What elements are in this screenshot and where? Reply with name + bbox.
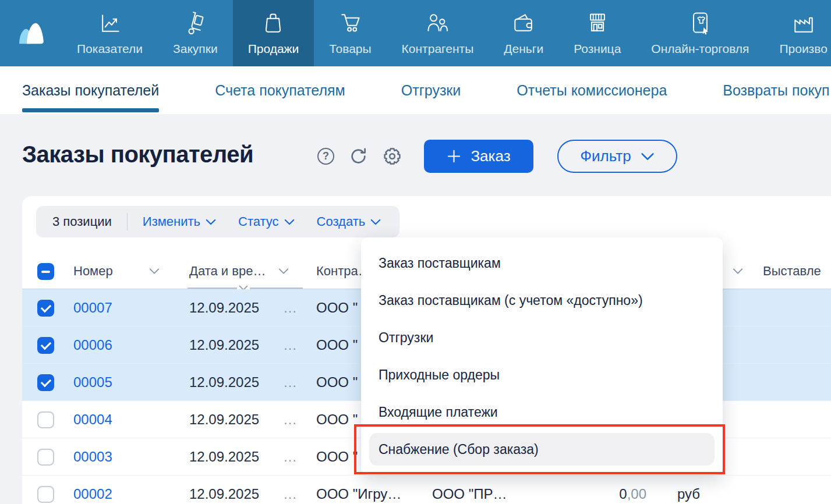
nav-item-pokazateli[interactable]: Показатели [62,0,158,66]
menu-item-snabzhenie-sbor-zakaza[interactable]: Снабжение (Сбор заказа) [369,433,715,466]
row-checkbox[interactable] [37,411,54,428]
nav-item-label: Закупки [173,42,218,56]
logo-icon [14,16,48,50]
create-label: Создать [317,214,366,229]
add-order-button[interactable]: Заказ [424,140,533,173]
chevron-down-icon [641,152,655,161]
organization-cell: ООО "ПР… [432,486,507,502]
chevron-down-icon [370,219,381,225]
order-date: 12.09.2025 [189,337,259,353]
create-menu-button[interactable]: Создать [317,214,381,229]
sum-cell: 0,00 [575,486,646,502]
nav-item-tovary[interactable]: Товары [314,0,386,66]
handtruck-icon [182,10,208,39]
create-dropdown-menu: Заказ поставщикам Заказ поставщикам (с у… [361,237,723,475]
nav-item-label: Розница [574,42,621,56]
chevron-down-icon [206,219,216,225]
menu-item-zakaz-postavshchikam-dostupno[interactable]: Заказ поставщикам (с учетом «доступно») [361,282,723,319]
nav-item-label: Товары [329,42,371,56]
tab-scheta-pokupatelyam[interactable]: Счета покупателям [215,66,345,114]
order-date: 12.09.2025 [189,374,259,391]
menu-item-otgruzki[interactable]: Отгрузки [361,319,723,356]
sum-fraction: ,00 [627,486,646,502]
order-number-link[interactable]: 00006 [73,337,112,353]
truncation-ellipsis: … [283,449,297,465]
column-menu-chevron-icon[interactable] [149,268,160,274]
top-navigation: Показатели Закупки Продажи Товары Контра [0,0,831,66]
order-date: 12.09.2025 [189,411,259,428]
nav-item-label: Показатели [77,42,143,56]
page-title: Заказы покупателей [22,141,253,168]
tab-otgruzki[interactable]: Отгрузки [401,66,461,114]
column-label: Номер [73,264,113,279]
nav-item-kontragenty[interactable]: Контрагенты [387,0,489,66]
menu-item-vkhodyashchie-platezhi[interactable]: Входящие платежи [361,393,723,431]
row-checkbox[interactable] [37,337,54,354]
truncation-ellipsis: … [283,337,297,353]
status-menu-button[interactable]: Статус [238,214,295,229]
online-commerce-icon [687,10,713,39]
wallet-icon [511,10,536,39]
column-label: Дата и вре… [189,264,266,279]
column-menu-chevron-icon[interactable] [733,268,743,274]
tab-otchety-komissionera[interactable]: Отчеты комиссионера [517,66,667,114]
filter-label: Фильтр [580,147,631,165]
nav-item-prodazhi[interactable]: Продажи [233,0,314,66]
order-number-link[interactable]: 00007 [73,300,112,316]
section-tabs: Заказы покупателей Счета покупателям Отг… [0,66,831,114]
order-number-link[interactable]: 00002 [73,486,112,502]
row-checkbox[interactable] [37,300,54,317]
selection-count: 3 позиции [52,214,112,229]
filter-button[interactable]: Фильтр [557,140,677,173]
order-date: 12.09.2025 [189,486,259,502]
row-checkbox[interactable] [37,449,54,466]
order-number-link[interactable]: 00005 [73,374,112,391]
tab-vozvraty-pokupatelei[interactable]: Возвраты покуп [723,66,829,114]
row-checkbox[interactable] [37,486,54,503]
sum-integer: 0 [619,486,627,502]
truncation-ellipsis: … [283,374,297,391]
help-icon[interactable]: ? [317,148,334,165]
row-checkbox[interactable] [37,374,54,391]
order-date: 12.09.2025 [189,300,259,316]
counterparty-cell: ООО " [316,411,358,428]
nav-item-online-torgovlya[interactable]: Онлайн-торговля [636,0,764,66]
edit-menu-button[interactable]: Изменить [143,214,216,229]
add-order-label: Заказ [471,147,510,165]
page-title-actions: ? [317,147,402,166]
menu-item-prikhodnye-ordery[interactable]: Приходные ордеры [361,356,723,393]
refresh-icon[interactable] [349,147,368,166]
nav-item-zakupki[interactable]: Закупки [158,0,233,66]
column-header-issued[interactable]: Выставле [763,264,821,279]
nav-item-label: Онлайн-торговля [651,42,749,56]
plus-icon [447,149,461,164]
nav-item-label: Продажи [248,42,299,56]
order-number-link[interactable]: 00004 [73,411,112,428]
counterparty-cell: ООО " [316,449,358,465]
menu-item-zakaz-postavshchikam[interactable]: Заказ поставщикам [361,244,723,282]
store-icon [585,10,610,39]
nav-item-proizvodstvo[interactable]: Произво [764,0,831,66]
settings-gear-icon[interactable] [383,147,402,166]
moysklad-logo[interactable] [0,0,62,66]
order-date: 12.09.2025 [189,449,259,465]
order-number-link[interactable]: 00003 [73,449,112,465]
column-header-number[interactable]: Номер [73,264,113,279]
column-header-date[interactable]: Дата и вре… [189,264,266,279]
counterparty-cell: ООО "Игру… [316,486,401,502]
table-row[interactable]: 00002 12.09.2025 … ООО "Игру… ООО "ПР… 0… [22,475,831,504]
truncation-ellipsis: … [283,486,297,502]
counterparty-cell: ООО " [316,337,358,353]
nav-item-label: Произво [779,42,827,56]
cart-icon [337,10,363,39]
nav-item-roznitsa[interactable]: Розница [558,0,636,66]
status-label: Статус [238,214,279,229]
column-menu-chevron-icon[interactable] [278,268,289,274]
tab-zakazy-pokupatelei[interactable]: Заказы покупателей [22,66,159,114]
app-window: Показатели Закупки Продажи Товары Контра [0,0,831,504]
nav-item-dengi[interactable]: Деньги [489,0,558,66]
truncation-ellipsis: … [283,411,297,428]
select-all-checkbox[interactable] [37,263,54,280]
nav-item-label: Деньги [504,42,543,56]
counterparty-cell: ООО " [316,374,358,391]
